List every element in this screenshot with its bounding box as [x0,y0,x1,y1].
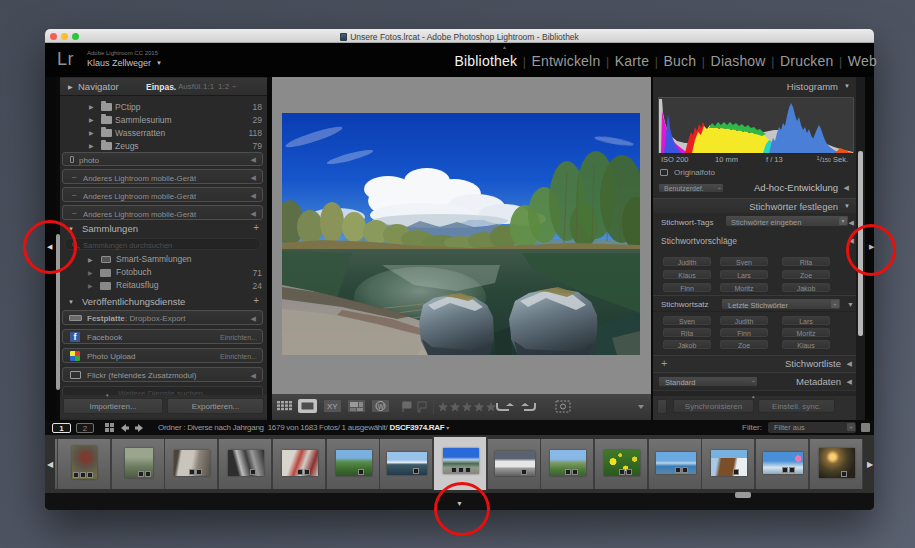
svg-text:W: W [378,403,385,410]
svg-text:XY: XY [327,402,338,411]
